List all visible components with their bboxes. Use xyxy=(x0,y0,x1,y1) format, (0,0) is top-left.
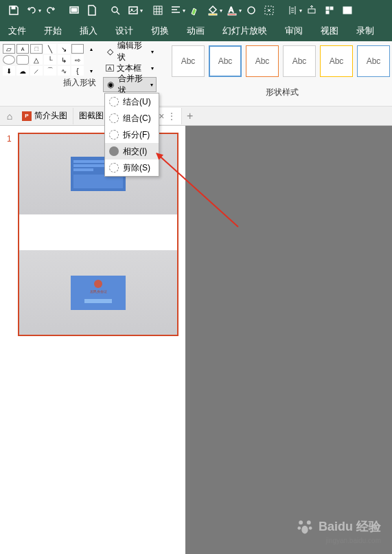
shape-arc[interactable]: ⌒ xyxy=(44,66,56,76)
fill-dropdown-icon[interactable]: ▾ xyxy=(220,8,222,14)
redo-icon[interactable] xyxy=(43,2,59,19)
print-preview-icon[interactable] xyxy=(66,2,82,19)
style-preset-3[interactable]: Abc xyxy=(246,45,279,77)
ppt-icon: P xyxy=(22,111,32,121)
svg-point-21 xyxy=(301,526,308,534)
style-preset-2[interactable]: Abc xyxy=(209,45,242,77)
shape-textbox-v[interactable]: ⬚ xyxy=(30,44,43,54)
svg-point-17 xyxy=(299,520,303,524)
shape-brace[interactable]: { xyxy=(71,66,84,76)
new-doc-icon[interactable] xyxy=(84,2,100,19)
svg-point-19 xyxy=(297,527,301,530)
shape-elbow[interactable]: └ xyxy=(44,55,56,65)
style-preset-5[interactable]: Abc xyxy=(320,45,353,77)
merge-intersect-item[interactable]: 相交(I) xyxy=(105,143,159,159)
menu-slideshow[interactable]: 幻灯片放映 xyxy=(220,23,270,38)
shape-row1-more[interactable]: ▴ xyxy=(85,44,97,54)
edit-shape-text: 编辑形状 xyxy=(117,40,148,63)
watermark-brand: Baidu 经验 xyxy=(319,518,381,535)
combine-icon xyxy=(109,113,119,123)
shape-arrow-line[interactable]: ↘ xyxy=(58,44,70,54)
menu-insert[interactable]: 插入 xyxy=(77,23,100,38)
menu-transition[interactable]: 切换 xyxy=(148,23,172,38)
undo-dropdown-icon[interactable]: ▾ xyxy=(38,8,41,14)
union-label: 结合(U) xyxy=(123,96,151,108)
slide-editor-area[interactable] xyxy=(185,126,392,554)
watermark-url: jingyan.baidu.com xyxy=(325,537,381,544)
shape-textbox[interactable]: A xyxy=(16,44,29,54)
menu-home[interactable]: 开始 xyxy=(41,23,65,38)
close-tab-icon[interactable]: × xyxy=(159,111,164,122)
shape-wave[interactable]: ∿ xyxy=(58,66,70,76)
style-preset-4[interactable]: Abc xyxy=(283,45,316,77)
merge-subtract-item[interactable]: 剪除(S) xyxy=(105,159,159,176)
fontcolor-dropdown-icon[interactable]: ▾ xyxy=(239,8,242,14)
fragment-icon xyxy=(109,130,119,140)
screenshot-icon[interactable] xyxy=(261,2,277,19)
font-color-icon[interactable]: A xyxy=(224,2,240,19)
tab2-label: 图截图 xyxy=(79,110,104,122)
text-box-text: 文本框 xyxy=(117,63,141,74)
reading-icon[interactable] xyxy=(339,2,356,19)
shape-oval[interactable] xyxy=(3,55,15,65)
style-preset-1[interactable]: Abc xyxy=(172,45,205,77)
menu-file[interactable]: 文件 xyxy=(5,23,29,38)
merge-shape-button[interactable]: ◉ 合并形状 ▾ xyxy=(103,77,157,92)
intersect-icon xyxy=(109,146,119,156)
align-dropdown-icon[interactable]: ▾ xyxy=(183,8,185,14)
quick-access-toolbar: ▾ ▾ ▾ ▾ A ▾ ▾ xyxy=(0,0,392,21)
style-grid: Abc Abc Abc Abc Abc Abc xyxy=(172,45,392,77)
shape-roundrect[interactable] xyxy=(16,55,29,65)
edit-shape-button[interactable]: ◇ 编辑形状 ▾ xyxy=(103,44,157,59)
shape-rect[interactable] xyxy=(71,44,84,54)
menu-review[interactable]: 审阅 xyxy=(282,23,305,38)
shape-parallelogram[interactable]: ▱ xyxy=(3,44,15,54)
image-dropdown-icon[interactable]: ▾ xyxy=(140,8,143,14)
merge-combine-item[interactable]: 组合(C) xyxy=(105,110,159,126)
insert-shape-label: 插入形状 xyxy=(3,76,99,89)
merge-fragment-item[interactable]: 拆分(F) xyxy=(105,126,159,143)
home-tab-icon[interactable]: ⌂ xyxy=(3,111,16,122)
merge-icon: ◉ xyxy=(106,80,115,89)
shape-elbow-arrow[interactable]: ↳ xyxy=(58,55,70,65)
shape-triangle[interactable]: △ xyxy=(30,55,43,65)
svg-point-10 xyxy=(248,7,255,14)
svg-rect-9 xyxy=(228,14,236,15)
image-icon[interactable] xyxy=(125,2,141,19)
circle-icon[interactable] xyxy=(243,2,260,19)
find-icon[interactable] xyxy=(107,2,124,19)
tab-more-icon[interactable]: ⋮ xyxy=(168,111,176,121)
doc-tab-1[interactable]: P 简介头图 xyxy=(16,108,73,124)
spacing-icon[interactable] xyxy=(284,2,301,19)
fill-color-icon[interactable] xyxy=(205,2,221,19)
align-icon[interactable] xyxy=(168,2,184,19)
svg-point-3 xyxy=(112,7,117,12)
menu-design[interactable]: 设计 xyxy=(113,23,136,38)
spacing-dropdown-icon[interactable]: ▾ xyxy=(299,8,302,14)
shape-line[interactable]: ╲ xyxy=(44,44,56,54)
menu-view[interactable]: 视图 xyxy=(318,23,341,38)
shape-arrow-down[interactable]: ⬇ xyxy=(3,66,15,76)
arrange-icon[interactable] xyxy=(303,2,320,19)
shape-block-arrow[interactable]: ⇨ xyxy=(71,55,84,65)
id-card-graphic: 居民身份证 xyxy=(71,276,126,310)
add-tab-button[interactable]: + xyxy=(182,110,198,122)
properties-icon[interactable] xyxy=(321,2,338,19)
shape-gallery-expand[interactable]: ▾ xyxy=(85,66,97,76)
save-icon[interactable] xyxy=(5,2,22,19)
shape-row2-more[interactable] xyxy=(85,55,97,65)
emblem-icon xyxy=(94,280,102,288)
menu-record[interactable]: 录制 xyxy=(354,23,377,38)
merge-union-item[interactable]: 结合(U) xyxy=(105,93,159,110)
style-preset-6[interactable]: Abc xyxy=(357,45,390,77)
paw-icon xyxy=(295,517,314,536)
undo-icon[interactable] xyxy=(23,2,40,19)
svg-point-20 xyxy=(309,527,312,530)
highlight-icon[interactable] xyxy=(187,2,203,19)
menu-animation[interactable]: 动画 xyxy=(184,23,207,38)
shape-cloud[interactable]: ☁ xyxy=(16,66,29,76)
tab1-label: 简介头图 xyxy=(34,110,67,122)
table-icon[interactable] xyxy=(150,2,166,19)
shape-freeform[interactable]: ⟋ xyxy=(30,66,43,76)
chevron-down-icon: ▾ xyxy=(150,82,153,88)
